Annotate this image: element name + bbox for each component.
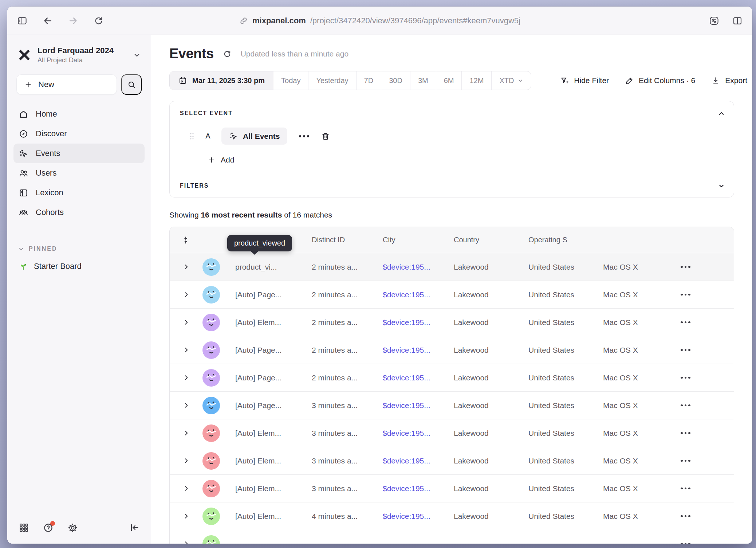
trash-icon[interactable] [321, 132, 330, 141]
event-selector-pill[interactable]: All Events [221, 128, 287, 145]
event-name-cell[interactable]: [Auto] Elem... [235, 318, 312, 327]
distinct-id-link[interactable]: $device:195... [383, 512, 454, 521]
distinct-id-link[interactable]: $device:195... [383, 484, 454, 493]
chevron-down-icon[interactable] [718, 182, 725, 189]
column-header[interactable]: City [383, 236, 454, 244]
expand-row-button[interactable] [170, 291, 202, 298]
expand-row-button[interactable] [170, 430, 202, 436]
row-menu-button[interactable] [670, 515, 734, 517]
date-preset-button[interactable]: 12M [461, 71, 491, 90]
forward-button-icon[interactable] [68, 15, 79, 26]
row-menu-button[interactable] [670, 349, 734, 351]
expand-row-button[interactable] [170, 375, 202, 381]
edit-columns-button[interactable]: Edit Columns · 6 [625, 76, 695, 85]
event-avatar [202, 369, 220, 387]
sidebar-item-starter-board[interactable]: Starter Board [13, 262, 145, 271]
expand-row-button[interactable] [170, 402, 202, 408]
chevron-up-icon[interactable] [718, 110, 725, 117]
distinct-id-link[interactable]: $device:195... [383, 263, 454, 271]
notification-dot [50, 521, 55, 526]
column-header[interactable]: Distinct ID [312, 236, 383, 244]
row-menu-button[interactable] [670, 321, 734, 324]
row-menu-button[interactable] [670, 404, 734, 407]
date-picker-button[interactable]: Mar 11, 2025 3:30 pm [170, 71, 273, 90]
row-menu-button[interactable] [670, 432, 734, 434]
pinned-header-label: PINNED [29, 246, 57, 252]
distinct-id-link[interactable]: $device:195... [383, 346, 454, 355]
export-button[interactable]: Export [711, 76, 747, 85]
distinct-id-link[interactable]: $device:195... [383, 457, 454, 465]
expand-row-button[interactable] [170, 264, 202, 270]
pinned-section-toggle[interactable]: PINNED [13, 246, 145, 252]
filters-section[interactable]: FILTERS [170, 174, 734, 197]
refresh-icon[interactable] [223, 49, 232, 59]
os-cell: Mac OS X [603, 346, 670, 355]
browser-sidebar-toggle-icon[interactable] [17, 15, 28, 26]
row-menu-button[interactable] [670, 460, 734, 462]
page-settings-icon[interactable] [709, 15, 720, 26]
add-event-button[interactable]: Add [208, 156, 724, 164]
events-cursor-icon [19, 149, 28, 158]
sidebar-item-cohorts[interactable]: Cohorts [13, 203, 145, 222]
drag-handle-icon[interactable] [189, 132, 194, 140]
expand-row-button[interactable] [170, 541, 202, 544]
event-name-cell[interactable]: [Auto] Page... [235, 346, 312, 355]
event-name-cell[interactable]: [Auto] Elem... [235, 512, 312, 521]
row-menu-button[interactable] [670, 266, 734, 268]
expand-row-button[interactable] [170, 458, 202, 464]
distinct-id-link[interactable]: $device:195... [383, 373, 454, 382]
date-range-control: Mar 11, 2025 3:30 pm Today Yesterday 7D … [169, 71, 531, 90]
expand-row-button[interactable] [170, 485, 202, 492]
sidebar-item-discover[interactable]: Discover [13, 124, 145, 144]
sidebar-item-lexicon[interactable]: Lexicon [13, 183, 145, 203]
expand-row-button[interactable] [170, 347, 202, 353]
time-cell: 2 minutes a... [312, 263, 383, 271]
split-view-icon[interactable] [732, 15, 743, 26]
collapse-sidebar-icon[interactable] [129, 522, 139, 533]
event-name-cell[interactable]: product_vi... [235, 263, 312, 271]
date-preset-button[interactable]: 7D [356, 71, 381, 90]
project-switcher[interactable]: Lord Farquaad 2024 All Project Data [13, 35, 145, 68]
date-preset-button[interactable]: 30D [381, 71, 410, 90]
distinct-id-link[interactable]: $device:195... [383, 429, 454, 438]
row-menu-button[interactable] [670, 543, 734, 544]
search-button[interactable] [121, 74, 142, 95]
help-icon[interactable] [43, 522, 54, 533]
sidebar-item-label: Users [36, 168, 56, 178]
column-header[interactable]: Operating S [528, 236, 603, 244]
event-name-cell[interactable]: [Auto] Elem... [235, 457, 312, 465]
apps-grid-icon[interactable] [19, 522, 29, 533]
distinct-id-link[interactable]: $device:195... [383, 401, 454, 410]
row-menu-button[interactable] [670, 294, 734, 296]
distinct-id-link[interactable]: $device:195... [383, 290, 454, 299]
sidebar-item-home[interactable]: Home [13, 104, 145, 124]
xtd-dropdown[interactable]: XTD [491, 71, 531, 90]
sidebar-item-events[interactable]: Events [13, 144, 145, 163]
date-preset-button[interactable]: Today [273, 71, 308, 90]
os-cell: Mac OS X [603, 457, 670, 465]
column-header[interactable]: Country [454, 236, 528, 244]
date-preset-button[interactable]: Yesterday [308, 71, 356, 90]
back-button-icon[interactable] [42, 15, 53, 26]
expand-row-button[interactable] [170, 319, 202, 325]
event-name-cell[interactable]: [Auto] Page... [235, 290, 312, 299]
distinct-id-link[interactable]: $device:195... [383, 318, 454, 327]
hide-filter-button[interactable]: Hide Filter [560, 76, 609, 85]
event-name-cell[interactable]: [Auto] Elem... [235, 484, 312, 493]
event-name-cell[interactable]: [Auto] Page... [235, 401, 312, 410]
collapse-rows-icon[interactable] [170, 236, 235, 244]
row-menu-button[interactable] [670, 488, 734, 490]
new-button[interactable]: New [16, 74, 117, 95]
expand-row-button[interactable] [170, 513, 202, 519]
sidebar-item-users[interactable]: Users [13, 163, 145, 183]
date-preset-button[interactable]: 6M [436, 71, 462, 90]
gear-icon[interactable] [67, 522, 78, 533]
date-preset-button[interactable]: 3M [410, 71, 436, 90]
url-bar[interactable]: mixpanel.com/project/3472420/view/397469… [239, 16, 520, 26]
event-name-cell[interactable]: [Auto] Page... [235, 373, 312, 382]
row-menu-button[interactable] [670, 377, 734, 379]
event-name-cell[interactable]: [Auto] Elem... [235, 429, 312, 438]
reload-button-icon[interactable] [93, 15, 104, 26]
time-cell: 2 minutes a... [312, 290, 383, 299]
clause-more-button[interactable] [297, 135, 311, 137]
